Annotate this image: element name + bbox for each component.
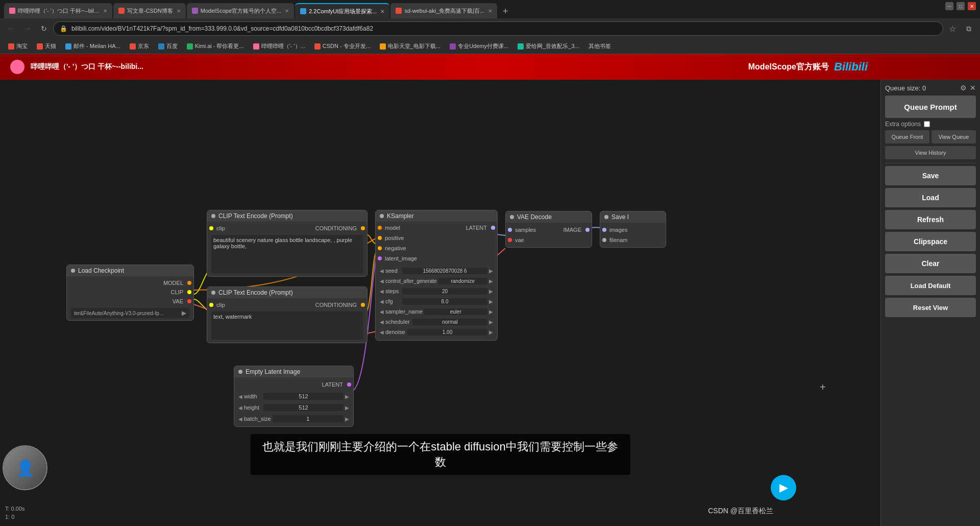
refresh-button[interactable]: Refresh (885, 210, 976, 229)
ks-seed-arrow-left[interactable]: ◀ (380, 268, 384, 274)
ks-cfg-value: 8.0 (402, 298, 487, 305)
ks-control-arrow-right[interactable]: ▶ (489, 278, 493, 284)
tab1-title: 哔哩哔哩（'- '）つ口 干杯~--bili... (18, 7, 100, 15)
save-button[interactable]: Save (885, 166, 976, 185)
save-header: Save I (600, 211, 666, 223)
el-height-arrow-left[interactable]: ◀ (238, 405, 242, 411)
ks-scheduler-arrow-right[interactable]: ▶ (489, 319, 493, 325)
ksampler-add-icon[interactable]: + (820, 381, 826, 393)
ce1-clip-label: clip (216, 225, 225, 231)
reset-view-button[interactable]: Reset View (885, 298, 976, 317)
el-batch-arrow-left[interactable]: ◀ (238, 416, 242, 422)
view-queue-button[interactable]: View Queue (932, 130, 976, 144)
ks-seed-arrow-right[interactable]: ▶ (489, 268, 493, 274)
ks-cfg-arrow-right[interactable]: ▶ (489, 299, 493, 304)
browser-tab-3[interactable]: ModelScope官方账号的个人空... ✕ (187, 3, 294, 18)
view-history-button[interactable]: View History (885, 146, 976, 159)
extensions-button[interactable]: ⧉ (962, 21, 976, 36)
tab3-close[interactable]: ✕ (285, 8, 289, 14)
bookmark-csdn[interactable]: CSDN - 专业开发... (310, 41, 375, 52)
modelscope-label: ModelScope官方账号 (748, 62, 829, 73)
ks-scheduler-arrow-left[interactable]: ◀ (380, 319, 384, 325)
close-window-button[interactable]: ✕ (968, 2, 976, 10)
node-vae-decode: VAE Decode samples IMAGE vae (505, 211, 592, 248)
ce2-conditioning-label: CONDITIONING (315, 302, 357, 308)
bookmark-movie[interactable]: 电影天堂_电影下载... (376, 41, 445, 52)
el-latent-label: LATENT (322, 381, 343, 388)
forward-button[interactable]: → (20, 21, 35, 36)
tab2-title: 写文章-CSDN博客 (127, 7, 173, 15)
node-clip-encode-2: CLIP Text Encode (Prompt) clip CONDITION… (207, 286, 368, 343)
panel-close-icon[interactable]: ✕ (970, 84, 976, 92)
node-clip-encode-1: CLIP Text Encode (Prompt) clip CONDITION… (207, 210, 368, 277)
bilibili-icon (10, 60, 24, 74)
lc-expand-icon[interactable]: ▶ (182, 309, 186, 317)
address-bar[interactable]: 🔒 bilibili.com/video/BV1nT421k7Fa/?spm_i… (53, 21, 943, 36)
el-width-arrow-right[interactable]: ▶ (345, 394, 349, 399)
ks-sampler-arrow-left[interactable]: ◀ (380, 309, 384, 315)
tab2-close[interactable]: ✕ (177, 8, 181, 14)
subtitle-overlay: 也就是我们刚刚主要介绍的一个在stable diffusion中我们需要控制一些… (250, 434, 630, 475)
clipspace-button[interactable]: Clipspace (885, 232, 976, 251)
browser-tab-4[interactable]: 2.2ComfyUI应用场景探索... ✕ (295, 3, 389, 18)
el-width-label: width (244, 393, 262, 399)
bookmark-udemy[interactable]: 专业Udemy付费课... (446, 41, 512, 52)
ce2-text-input[interactable]: text, watermark (211, 312, 363, 340)
comfy-canvas[interactable]: Load Checkpoint MODEL CLIP VAE (0, 80, 880, 526)
el-batch-value: 1 (273, 415, 344, 422)
node-ksampler: KSampler model LATENT positive (375, 210, 498, 341)
minimize-button[interactable]: ─ (945, 2, 953, 10)
el-height-arrow-right[interactable]: ▶ (345, 405, 349, 411)
gear-icon[interactable]: ⚙ (960, 84, 967, 92)
reload-button[interactable]: ↻ (37, 21, 51, 36)
maximize-button[interactable]: □ (957, 2, 965, 10)
el-width-arrow-left[interactable]: ◀ (238, 394, 242, 399)
star-button[interactable]: ☆ (945, 21, 960, 36)
ks-denoise-value: 1.00 (407, 329, 487, 336)
ks-sampler-arrow-right[interactable]: ▶ (489, 309, 493, 315)
ce1-conditioning-label: CONDITIONING (315, 225, 357, 231)
bookmark-more[interactable]: 其他书签 (584, 41, 615, 52)
back-button[interactable]: ← (4, 21, 18, 36)
bookmark-baidu[interactable]: 百度 (154, 41, 182, 52)
el-batch-arrow-right[interactable]: ▶ (345, 416, 349, 422)
empty-latent-header: Empty Latent Image (234, 366, 353, 377)
ks-cfg-arrow-left[interactable]: ◀ (380, 299, 384, 304)
bookmark-aigei[interactable]: 爱给网_音效配乐_3... (513, 41, 583, 52)
tab5-close[interactable]: ✕ (488, 8, 492, 14)
panel-divider-1 (885, 163, 976, 163)
browser-tab-5[interactable]: sd-webui-aki_免费高速下载|百... ✕ (390, 3, 497, 18)
ks-steps-arrow-left[interactable]: ◀ (380, 289, 384, 294)
load-button[interactable]: Load (885, 188, 976, 207)
clear-button[interactable]: Clear (885, 254, 976, 273)
ce1-text-input[interactable]: beautiful scenery nature glass bottle la… (211, 235, 363, 273)
ks-denoise-arrow-right[interactable]: ▶ (489, 329, 493, 335)
address-text: bilibili.com/video/BV1nT421k7Fa/?spm_id_… (71, 25, 937, 32)
bookmarks-bar: 淘宝 天猫 邮件 - Meilan HA... 京东 百度 Kimi.ai - … (0, 39, 980, 54)
bookmark-bili[interactable]: 哔哩哔哩（'- '）... (249, 41, 309, 52)
el-height-label: height (244, 404, 262, 411)
tab1-close[interactable]: ✕ (103, 8, 107, 14)
ks-steps-arrow-right[interactable]: ▶ (489, 289, 493, 294)
ks-positive-label: positive (385, 235, 404, 241)
ks-sampler-label: sampler_name (385, 308, 423, 315)
browser-tab-2[interactable]: 写文章-CSDN博客 ✕ (113, 3, 186, 18)
new-tab-button[interactable]: + (498, 4, 512, 18)
queue-prompt-button[interactable]: Queue Prompt (885, 95, 976, 118)
bookmark-mail[interactable]: 邮件 - Meilan HA... (61, 41, 125, 52)
queue-front-button[interactable]: Queue Front (885, 130, 929, 144)
load-default-button[interactable]: Load Default (885, 276, 976, 295)
ce2-clip-label: clip (216, 302, 225, 308)
bookmark-kimi[interactable]: Kimi.ai - 帮你看更... (183, 41, 248, 52)
browser-tab-1[interactable]: 哔哩哔哩（'- '）つ口 干杯~--bili... ✕ (4, 3, 112, 18)
bookmark-jd[interactable]: 京东 (126, 41, 153, 52)
extra-options-checkbox[interactable] (924, 121, 930, 127)
ks-denoise-arrow-left[interactable]: ◀ (380, 329, 384, 335)
bookmark-taobao[interactable]: 淘宝 (4, 41, 32, 52)
ks-control-arrow-left[interactable]: ◀ (380, 278, 384, 284)
tab4-close[interactable]: ✕ (380, 9, 384, 14)
bookmark-tianmao[interactable]: 天猫 (33, 41, 60, 52)
ks-scheduler-label: scheduler (385, 319, 411, 325)
bili-play-icon[interactable]: ▶ (771, 475, 796, 500)
tab-bar: 哔哩哔哩（'- '）つ口 干杯~--bili... ✕ 写文章-CSDN博客 ✕… (0, 0, 980, 18)
